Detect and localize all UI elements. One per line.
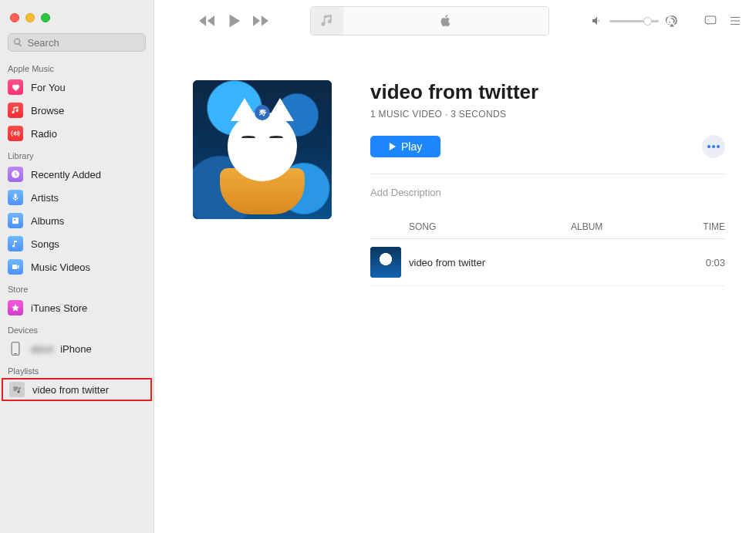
lyrics-button[interactable]: ” — [704, 14, 717, 28]
queue-button[interactable] — [728, 14, 742, 28]
sidebar-item-label: video from twitter — [32, 384, 109, 396]
star-icon — [8, 300, 23, 315]
sidebar-item-radio[interactable]: Radio — [0, 122, 154, 145]
sidebar-item-label: For You — [31, 82, 66, 93]
playlist-details: video from twitter 1 MUSIC VIDEO · 3 SEC… — [370, 80, 725, 533]
play-triangle-icon — [389, 143, 397, 150]
volume-slider-track[interactable] — [609, 20, 659, 22]
sidebar-item-label: Songs — [31, 238, 59, 250]
svg-point-7 — [707, 145, 710, 148]
sidebar-item-browse[interactable]: Browse — [0, 99, 154, 122]
sidebar-item-recently-added[interactable]: Recently Added — [0, 163, 154, 186]
sidebar-item-playlist-video-from-twitter[interactable]: video from twitter — [2, 378, 152, 401]
section-title-playlists: Playlists — [0, 360, 154, 378]
svg-point-8 — [712, 145, 715, 148]
zoom-window-button[interactable] — [41, 13, 50, 22]
volume-control[interactable] — [591, 14, 679, 28]
svg-rect-0 — [12, 342, 19, 355]
track-thumbnail — [370, 247, 401, 278]
note-icon — [8, 236, 23, 251]
apple-logo-icon — [439, 14, 453, 28]
sidebar-item-label: Artists — [31, 192, 59, 204]
sidebar-item-label: Recently Added — [31, 169, 101, 180]
description-placeholder[interactable]: Add Description — [370, 187, 725, 198]
divider — [370, 174, 725, 174]
next-track-button[interactable] — [253, 15, 268, 26]
radio-icon — [8, 126, 23, 141]
sidebar-item-songs[interactable]: Songs — [0, 232, 154, 255]
svg-point-9 — [717, 145, 720, 148]
playlist-detail-view: 寿 video from twitter 1 MUSIC VIDEO · 3 S… — [154, 42, 756, 533]
sidebar-item-artists[interactable]: Artists — [0, 186, 154, 209]
sidebar: Apple Music For You Browse Radio Library… — [0, 0, 154, 533]
airplay-icon[interactable] — [665, 14, 679, 28]
section-title-store: Store — [0, 278, 154, 296]
play-button[interactable]: Play — [370, 136, 440, 157]
main-pane: ” 寿 video from twitter 1 MUSIC VIDEO · 3… — [154, 0, 756, 533]
section-title-devices: Devices — [0, 319, 154, 337]
sidebar-item-albums[interactable]: Albums — [0, 209, 154, 232]
album-icon — [8, 213, 23, 228]
column-header-album[interactable]: ALBUM — [571, 221, 679, 232]
column-header-time[interactable]: TIME — [679, 221, 725, 232]
playback-controls — [199, 12, 268, 29]
play-button-label: Play — [401, 140, 422, 153]
play-pause-button[interactable] — [225, 12, 242, 29]
sidebar-item-label: Browse — [31, 105, 64, 116]
device-name-blurred: abcd — [31, 343, 52, 355]
search-input[interactable] — [27, 37, 140, 49]
sidebar-item-label: Radio — [31, 128, 57, 140]
close-window-button[interactable] — [10, 13, 19, 22]
heart-icon — [8, 79, 23, 95]
sidebar-item-music-videos[interactable]: Music Videos — [0, 255, 154, 278]
toolbar-right-buttons: ” — [704, 14, 742, 28]
search-field[interactable] — [8, 33, 146, 52]
track-song-name: video from twitter — [409, 257, 571, 268]
previous-track-button[interactable] — [199, 15, 214, 26]
ellipsis-icon — [707, 145, 720, 148]
search-container — [0, 33, 154, 58]
now-playing-artwork-placeholder — [311, 7, 343, 35]
sidebar-item-label: iPhone — [60, 343, 91, 355]
window-controls — [0, 6, 154, 33]
search-icon — [13, 37, 22, 48]
minimize-window-button[interactable] — [25, 13, 35, 22]
track-row[interactable]: video from twitter 0:03 — [370, 239, 725, 286]
section-title-apple-music: Apple Music — [0, 58, 154, 76]
sidebar-item-itunes-store[interactable]: iTunes Store — [0, 296, 154, 319]
mic-icon — [8, 190, 23, 205]
svg-rect-2 — [705, 16, 716, 24]
music-note-icon — [319, 13, 335, 29]
sidebar-item-device-iphone[interactable]: abcd iPhone — [0, 337, 154, 360]
now-playing-display[interactable] — [310, 6, 549, 35]
toolbar: ” — [154, 0, 756, 42]
playlist-icon — [9, 382, 25, 397]
playlist-title: video from twitter — [370, 80, 725, 104]
sidebar-item-label: iTunes Store — [31, 302, 87, 314]
clock-icon — [8, 167, 23, 182]
volume-slider-thumb[interactable] — [643, 17, 652, 25]
svg-text:”: ” — [707, 19, 709, 23]
iphone-icon — [8, 341, 23, 356]
playlist-subtitle: 1 MUSIC VIDEO · 3 SECONDS — [370, 109, 725, 120]
more-options-button[interactable] — [702, 135, 725, 158]
playlist-artwork[interactable]: 寿 — [193, 80, 332, 219]
sidebar-item-label: Albums — [31, 215, 64, 227]
track-duration: 0:03 — [679, 257, 725, 268]
apple-logo-placeholder — [343, 7, 548, 35]
tracks-table-header: SONG ALBUM TIME — [370, 221, 725, 239]
volume-icon — [591, 15, 603, 27]
music-note-icon — [8, 103, 23, 118]
section-title-library: Library — [0, 145, 154, 163]
video-icon — [8, 259, 23, 275]
column-header-song[interactable]: SONG — [370, 221, 571, 232]
sidebar-item-label: Music Videos — [31, 261, 90, 273]
sidebar-item-for-you[interactable]: For You — [0, 76, 154, 99]
